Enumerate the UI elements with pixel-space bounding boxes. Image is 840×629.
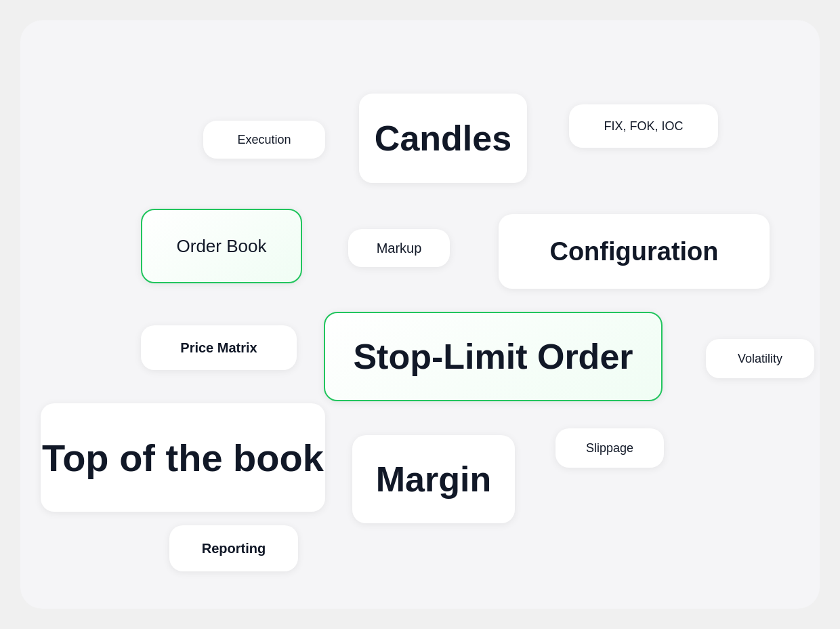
tag-volatility[interactable]: Volatility	[706, 339, 814, 378]
tag-slippage[interactable]: Slippage	[555, 428, 664, 468]
tag-configuration[interactable]: Configuration	[499, 214, 770, 289]
tag-fix-fok[interactable]: FIX, FOK, IOC	[569, 104, 718, 148]
main-container: Execution Candles FIX, FOK, IOC Order Bo…	[20, 20, 820, 609]
tag-reporting[interactable]: Reporting	[169, 525, 298, 571]
tag-price-matrix[interactable]: Price Matrix	[141, 325, 297, 370]
tag-candles[interactable]: Candles	[359, 94, 527, 183]
tag-order-book[interactable]: Order Book	[141, 209, 302, 283]
tag-stop-limit[interactable]: Stop-Limit Order	[324, 312, 663, 401]
tag-top-of-book[interactable]: Top of the book	[41, 403, 325, 512]
tag-execution[interactable]: Execution	[203, 121, 325, 159]
tag-margin[interactable]: Margin	[352, 435, 515, 523]
tag-markup[interactable]: Markup	[348, 229, 450, 267]
